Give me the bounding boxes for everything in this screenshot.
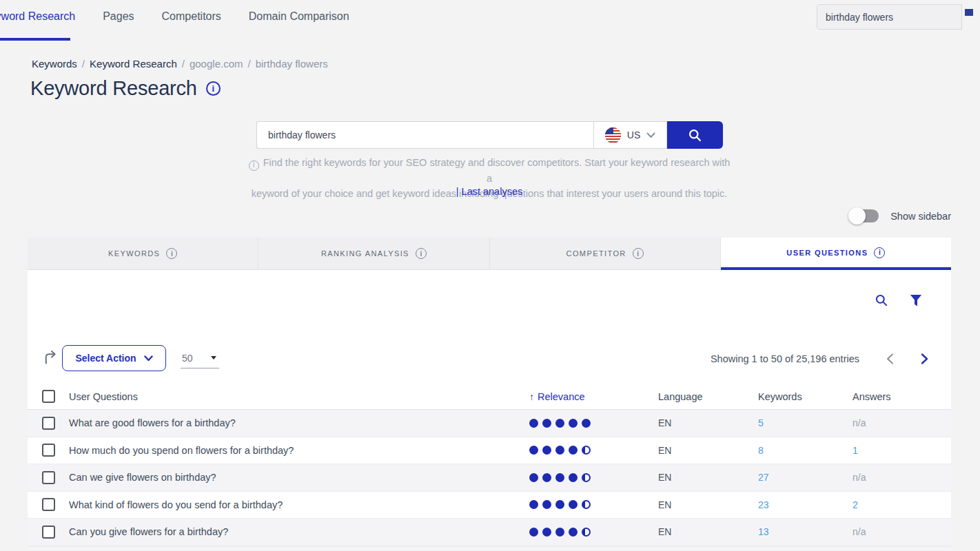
relevance-dots (529, 528, 658, 537)
search-icon (688, 128, 702, 143)
table-search-button[interactable] (875, 293, 888, 307)
nav-item-pages[interactable]: Pages (103, 10, 134, 23)
search-button[interactable] (667, 121, 723, 149)
answers-cell[interactable]: n/a (853, 526, 951, 537)
relevance-dot (555, 473, 564, 482)
chevron-left-icon (886, 353, 894, 364)
page-size-select[interactable]: 50 (181, 348, 219, 368)
pagination-summary: Showing 1 to 50 of 25,196 entries (711, 353, 859, 364)
table-row: Can you give flowers for a birthday? EN … (28, 519, 951, 546)
relevance-dot (569, 446, 578, 455)
user-questions-panel: Select Action 50 Showing 1 to 50 of 25,1… (28, 270, 951, 551)
keywords-count-link[interactable]: 27 (758, 472, 769, 483)
search-icon (875, 293, 888, 307)
keywords-count-link[interactable]: 23 (758, 499, 769, 510)
breadcrumb-keyword-research[interactable]: Keyword Research (90, 58, 177, 70)
result-tabs: KEYWORDS i RANKING ANALYSIS i COMPETITOR… (28, 238, 951, 270)
relevance-dot (582, 528, 591, 537)
keywords-count-link[interactable]: 13 (758, 526, 769, 537)
table-row: What kind of flowers do you send for a b… (28, 492, 951, 519)
language-cell: EN (658, 472, 758, 483)
tab-competitor-info-icon[interactable]: i (633, 248, 644, 259)
sort-ascending-icon: ↑ (529, 391, 534, 402)
country-selector[interactable]: US (593, 121, 667, 149)
tab-user-questions-info-icon[interactable]: i (874, 247, 885, 258)
relevance-dot (582, 419, 591, 428)
row-checkbox[interactable] (42, 444, 55, 457)
select-all-checkbox[interactable] (42, 390, 55, 403)
relevance-dot (542, 419, 551, 428)
previous-page-button[interactable] (881, 350, 899, 368)
breadcrumb-keyword[interactable]: birthday flowers (256, 58, 328, 70)
title-info-icon[interactable]: i (206, 81, 221, 96)
table-filter-button[interactable] (910, 294, 922, 307)
question-cell: What kind of flowers do you send for a b… (69, 499, 529, 510)
description-info-icon: i (249, 160, 259, 171)
active-nav-underline (0, 38, 70, 41)
relevance-dot (529, 446, 538, 455)
row-checkbox[interactable] (42, 417, 55, 430)
relevance-dot (569, 500, 578, 509)
select-action-button[interactable]: Select Action (62, 345, 166, 371)
header-answers[interactable]: Answers (853, 391, 951, 402)
top-navigation: Keyword Research Pages Competitors Domai… (0, 0, 980, 33)
relevance-dot (542, 446, 551, 455)
relevance-dot (529, 500, 538, 509)
nav-item-competitors[interactable]: Competitors (162, 10, 221, 23)
header-language[interactable]: Language (658, 391, 758, 402)
language-cell: EN (658, 445, 758, 456)
relevance-dots (529, 446, 658, 455)
keywords-count-link[interactable]: 5 (758, 417, 764, 428)
relevance-dot (582, 500, 591, 509)
user-questions-table: User Questions ↑Relevance Language Keywo… (28, 384, 951, 551)
show-sidebar-toggle[interactable] (848, 209, 879, 223)
relevance-dot (555, 528, 564, 537)
answers-cell[interactable]: 2 (853, 499, 951, 510)
row-checkbox[interactable] (42, 526, 55, 539)
relevance-dots (529, 473, 658, 482)
nav-item-keyword-research[interactable]: Keyword Research (0, 10, 75, 23)
language-cell: EN (658, 417, 758, 428)
keywords-count-link[interactable]: 8 (758, 445, 764, 456)
breadcrumb-domain[interactable]: google.com (190, 58, 243, 70)
table-row: How much do you spend on flowers for a b… (28, 437, 951, 465)
table-row: What are good flowers for a birthday? EN… (28, 410, 951, 437)
tab-keywords-info-icon[interactable]: i (166, 248, 177, 259)
header-keywords[interactable]: Keywords (758, 391, 853, 402)
tab-ranking-analysis[interactable]: RANKING ANALYSIS i (258, 238, 489, 270)
export-button[interactable] (43, 350, 59, 368)
relevance-dots (529, 419, 658, 428)
breadcrumb-keywords[interactable]: Keywords (32, 58, 77, 70)
header-relevance[interactable]: ↑Relevance (529, 391, 658, 402)
relevance-dot (569, 473, 578, 482)
tab-competitor[interactable]: COMPETITOR i (490, 238, 721, 270)
topnav-search-input[interactable] (817, 4, 962, 30)
chevron-down-icon (646, 132, 655, 138)
keyword-search-input[interactable] (256, 121, 593, 149)
partial-next-row (28, 546, 951, 551)
relevance-dots (529, 500, 658, 509)
relevance-dot (529, 528, 538, 537)
caret-down-icon (211, 356, 216, 360)
answers-cell[interactable]: 1 (853, 445, 951, 456)
chevron-right-icon (921, 353, 928, 364)
next-page-button[interactable] (915, 350, 933, 368)
relevance-dot (582, 446, 591, 455)
last-analyses-link[interactable]: | Last analyses (248, 186, 731, 197)
tab-ranking-analysis-info-icon[interactable]: i (416, 248, 427, 259)
us-flag-icon (605, 127, 621, 143)
row-checkbox[interactable] (42, 498, 55, 511)
question-cell: What are good flowers for a birthday? (69, 417, 529, 428)
nav-item-domain-comparison[interactable]: Domain Comparison (249, 10, 349, 23)
relevance-dot (569, 528, 578, 537)
tab-user-questions[interactable]: USER QUESTIONS i (721, 238, 951, 270)
relevance-dot (542, 528, 551, 537)
answers-cell[interactable]: n/a (853, 417, 951, 428)
tab-keywords[interactable]: KEYWORDS i (28, 238, 258, 270)
answers-cell[interactable]: n/a (853, 472, 951, 483)
header-user-questions[interactable]: User Questions (69, 391, 529, 402)
page-title: Keyword Research (30, 77, 197, 100)
row-checkbox[interactable] (42, 471, 55, 484)
table-row: Can we give flowers on birthday? EN 27 n… (28, 464, 951, 492)
filter-icon (910, 294, 922, 307)
